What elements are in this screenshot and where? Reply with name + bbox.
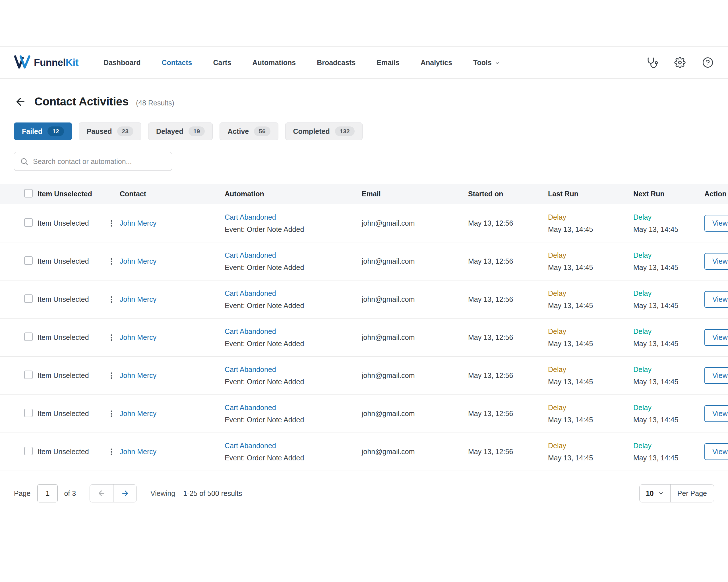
automation-link[interactable]: Cart Abandoned: [225, 289, 362, 298]
nav-item-broadcasts[interactable]: Broadcasts: [317, 59, 356, 67]
automation-link[interactable]: Cart Abandoned: [225, 365, 362, 374]
kebab-icon: [107, 219, 116, 228]
last-run-time: May 13, 14:45: [548, 263, 633, 272]
next-run-status: Delay: [633, 213, 704, 221]
nav-item-emails[interactable]: Emails: [376, 59, 399, 67]
viewing-label: Viewing: [151, 489, 175, 498]
automation-event: Event: Order Note Added: [225, 453, 362, 462]
email-cell: john@gmail.com: [362, 410, 468, 418]
row-menu-button[interactable]: [107, 371, 120, 380]
kebab-icon: [107, 448, 116, 456]
nav-item-analytics[interactable]: Analytics: [421, 59, 452, 67]
next-run-time: May 13, 14:45: [633, 453, 704, 462]
nav-item-automations[interactable]: Automations: [252, 59, 296, 67]
filter-paused[interactable]: Paused23: [79, 122, 141, 140]
contact-link[interactable]: John Mercy: [120, 219, 156, 227]
view-button[interactable]: View: [704, 405, 728, 422]
row-checkbox[interactable]: [24, 256, 33, 265]
last-run-time: May 13, 14:45: [548, 225, 633, 233]
next-run-time: May 13, 14:45: [633, 339, 704, 348]
arrow-left-icon: [97, 489, 106, 498]
view-button[interactable]: View: [704, 253, 728, 270]
last-run-status: Delay: [548, 213, 633, 221]
filter-completed[interactable]: Completed132: [285, 122, 363, 140]
last-run-time: May 13, 14:45: [548, 453, 633, 462]
next-page-button[interactable]: [113, 484, 136, 502]
row-checkbox[interactable]: [24, 447, 33, 455]
col-header-last-run: Last Run: [548, 190, 633, 198]
select-all-checkbox[interactable]: [24, 189, 33, 197]
next-run-status: Delay: [633, 365, 704, 374]
view-button[interactable]: View: [704, 367, 728, 384]
view-button[interactable]: View: [704, 215, 728, 231]
nav-item-tools[interactable]: Tools: [473, 59, 500, 67]
row-checkbox[interactable]: [24, 218, 33, 227]
back-button[interactable]: [14, 95, 27, 108]
automation-event: Event: Order Note Added: [225, 378, 362, 386]
per-page-control: 10 Per Page: [639, 484, 714, 502]
automation-link[interactable]: Cart Abandoned: [225, 441, 362, 450]
row-select-label: Item Unselected: [37, 448, 107, 456]
row-checkbox[interactable]: [24, 295, 33, 303]
results-count: (48 Results): [136, 99, 174, 107]
table-row: Item Unselected John Mercy Cart Abandone…: [0, 357, 728, 395]
filter-delayed[interactable]: Delayed19: [148, 122, 213, 140]
contact-link[interactable]: John Mercy: [120, 295, 156, 303]
row-checkbox[interactable]: [24, 370, 33, 379]
next-run-status: Delay: [633, 403, 704, 412]
filter-failed[interactable]: Failed12: [14, 122, 72, 140]
page-number-input[interactable]: [37, 484, 58, 502]
nav-item-dashboard[interactable]: Dashboard: [104, 59, 141, 67]
contact-link[interactable]: John Mercy: [120, 410, 156, 417]
page-label: Page: [14, 489, 30, 498]
contact-link[interactable]: John Mercy: [120, 448, 156, 455]
per-page-select[interactable]: 10: [640, 484, 670, 502]
status-filters: Failed12 Paused23 Delayed19 Active56 Com…: [0, 122, 728, 140]
col-header-automation: Automation: [225, 190, 362, 198]
row-menu-button[interactable]: [107, 410, 120, 418]
col-header-next-run: Next Run: [633, 190, 704, 198]
nav-item-contacts[interactable]: Contacts: [161, 59, 192, 67]
last-run-status: Delay: [548, 289, 633, 298]
table-row: Item Unselected John Mercy Cart Abandone…: [0, 204, 728, 242]
row-checkbox[interactable]: [24, 409, 33, 417]
automation-link[interactable]: Cart Abandoned: [225, 251, 362, 259]
started-on-cell: May 13, 12:56: [468, 295, 548, 304]
search-input[interactable]: [33, 158, 166, 166]
row-checkbox[interactable]: [24, 332, 33, 341]
funnelkit-logo[interactable]: FunnelKit: [14, 55, 78, 70]
automation-link[interactable]: Cart Abandoned: [225, 213, 362, 221]
gear-icon[interactable]: [674, 57, 686, 68]
last-run-status: Delay: [548, 441, 633, 450]
view-button[interactable]: View: [704, 329, 728, 346]
contact-link[interactable]: John Mercy: [120, 371, 156, 379]
filter-active[interactable]: Active56: [219, 122, 278, 140]
row-select-label: Item Unselected: [37, 371, 107, 380]
filter-failed-count: 12: [48, 127, 64, 136]
row-menu-button[interactable]: [107, 333, 120, 342]
contact-link[interactable]: John Mercy: [120, 333, 156, 341]
row-menu-button[interactable]: [107, 219, 120, 228]
started-on-cell: May 13, 12:56: [468, 257, 548, 266]
kebab-icon: [107, 295, 116, 304]
email-cell: john@gmail.com: [362, 371, 468, 380]
prev-page-button[interactable]: [90, 484, 113, 502]
kebab-icon: [107, 333, 116, 342]
automation-link[interactable]: Cart Abandoned: [225, 327, 362, 336]
nav-item-carts[interactable]: Carts: [213, 59, 231, 67]
arrow-right-icon: [121, 489, 129, 498]
help-icon[interactable]: [702, 57, 714, 68]
row-menu-button[interactable]: [107, 295, 120, 304]
contact-link[interactable]: John Mercy: [120, 257, 156, 265]
topbar-icons: [646, 57, 714, 68]
row-menu-button[interactable]: [107, 257, 120, 266]
view-button[interactable]: View: [704, 443, 728, 460]
stethoscope-icon[interactable]: [646, 57, 658, 68]
row-select-label: Item Unselected: [37, 295, 107, 304]
automation-link[interactable]: Cart Abandoned: [225, 403, 362, 412]
email-cell: john@gmail.com: [362, 219, 468, 227]
search-box: [14, 152, 172, 171]
view-button[interactable]: View: [704, 291, 728, 308]
table-row: Item Unselected John Mercy Cart Abandone…: [0, 280, 728, 318]
row-menu-button[interactable]: [107, 448, 120, 456]
